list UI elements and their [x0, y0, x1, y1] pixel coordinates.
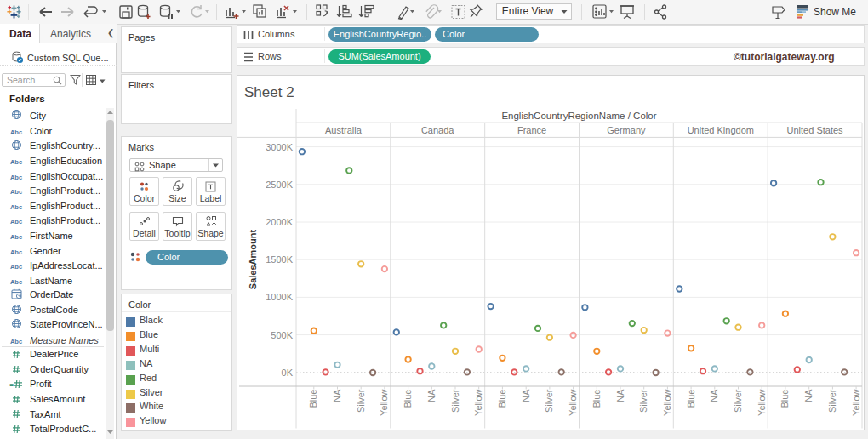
svg-text:Yellow: Yellow — [568, 389, 578, 415]
svg-text:France: France — [517, 125, 546, 135]
svg-text:Silver: Silver — [638, 389, 648, 413]
svg-text:Silver: Silver — [544, 389, 554, 413]
svg-text:NA: NA — [332, 389, 342, 402]
svg-text:Silver: Silver — [827, 389, 837, 413]
svg-text:2500K: 2500K — [266, 180, 293, 190]
svg-text:NA: NA — [615, 389, 625, 402]
svg-text:Silver: Silver — [356, 389, 366, 413]
svg-text:Blue: Blue — [779, 390, 790, 408]
svg-text:Blue: Blue — [686, 390, 696, 408]
svg-text:Blue: Blue — [497, 390, 507, 408]
svg-text:NA: NA — [803, 389, 814, 402]
svg-text:Silver: Silver — [733, 389, 743, 413]
svg-text:NA: NA — [709, 389, 719, 402]
svg-text:Canada: Canada — [421, 125, 454, 135]
svg-text:2000K: 2000K — [266, 217, 293, 227]
svg-text:Yellow: Yellow — [379, 389, 389, 415]
svg-text:Yellow: Yellow — [851, 389, 861, 415]
svg-text:Yellow: Yellow — [473, 389, 483, 415]
svg-text:United Kingdom: United Kingdom — [688, 125, 754, 135]
svg-text:Blue: Blue — [308, 390, 318, 408]
svg-text:Australia: Australia — [325, 125, 363, 135]
svg-text:1000K: 1000K — [266, 292, 293, 302]
svg-text:NA: NA — [521, 389, 531, 402]
svg-text:Germany: Germany — [607, 125, 646, 135]
svg-text:Yellow: Yellow — [662, 389, 672, 415]
svg-text:United States: United States — [787, 125, 844, 135]
svg-text:Blue: Blue — [403, 390, 413, 408]
svg-text:3000K: 3000K — [266, 142, 293, 152]
svg-text:NA: NA — [426, 389, 437, 402]
svg-text:Yellow: Yellow — [757, 389, 767, 415]
svg-text:Blue: Blue — [591, 390, 602, 408]
svg-text:EnglishCountryRegionName / Col: EnglishCountryRegionName / Color — [501, 111, 656, 121]
svg-text:Silver: Silver — [450, 389, 460, 413]
svg-text:500K: 500K — [271, 330, 293, 340]
svg-text:SalesAmount: SalesAmount — [248, 230, 258, 290]
svg-text:0K: 0K — [282, 368, 294, 378]
svg-text:1500K: 1500K — [266, 254, 293, 265]
